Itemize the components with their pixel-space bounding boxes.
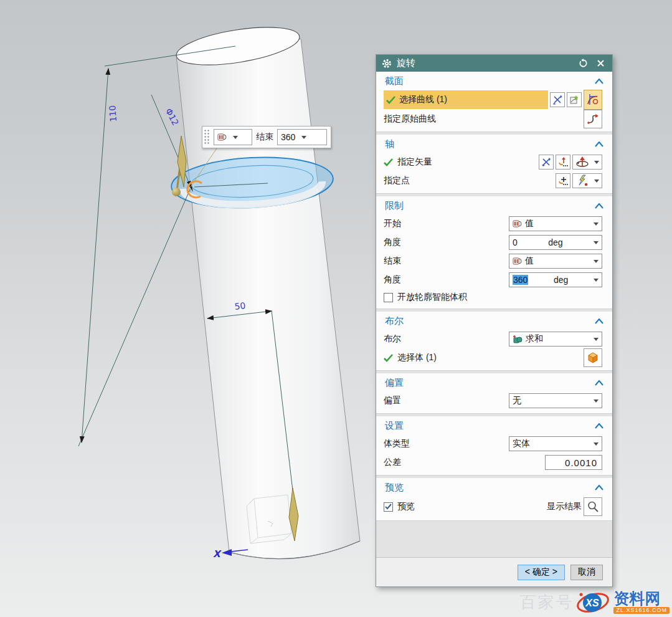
- ok-button[interactable]: < 确定 >: [518, 565, 565, 580]
- tolerance-input[interactable]: 0.0010: [545, 455, 602, 470]
- point-inferred-icon: [575, 175, 589, 187]
- end-angle-row[interactable]: 角度 360 deg: [384, 270, 605, 289]
- curve-rule-button[interactable]: [567, 92, 582, 107]
- collapse-chevron-icon[interactable]: [595, 318, 603, 324]
- specify-vector-row[interactable]: 指定矢量: [384, 153, 605, 171]
- boolean-dropdown[interactable]: 求和: [509, 332, 602, 347]
- end-mode-dropdown[interactable]: [214, 129, 252, 145]
- reverse-vector-button[interactable]: [539, 155, 554, 170]
- tolerance-row[interactable]: 公差 0.0010: [384, 453, 605, 472]
- toolbar-grip-handle[interactable]: [204, 129, 210, 145]
- point-dialog-button[interactable]: [556, 173, 570, 188]
- offset-group-title: 偏置: [385, 377, 404, 389]
- select-body-row[interactable]: 选择体 (1): [384, 348, 605, 367]
- open-profile-checkbox[interactable]: [384, 293, 393, 302]
- dropdown-arrow-icon: [233, 136, 238, 139]
- dialog-title: 旋转: [397, 57, 572, 69]
- section-group-title: 截面: [385, 75, 404, 87]
- offset-group: 偏置 偏置 无: [376, 373, 612, 414]
- offset-row[interactable]: 偏置 无: [384, 391, 605, 410]
- settings-group-title: 设置: [385, 420, 404, 432]
- body-type-row[interactable]: 体类型 实体: [384, 434, 605, 453]
- specify-point-row[interactable]: 指定点: [384, 171, 605, 190]
- boolean-row[interactable]: 布尔 求和: [384, 330, 605, 348]
- boolean-group: 布尔 布尔 求和: [376, 312, 612, 371]
- start-angle-value: 0: [513, 237, 518, 247]
- end-angle-value-selected: 360: [513, 275, 528, 285]
- end-mode-dropdown[interactable]: 值: [509, 254, 602, 269]
- dim-50-text[interactable]: 50: [234, 300, 247, 312]
- collapse-chevron-icon[interactable]: [595, 79, 603, 84]
- specify-point-label: 指定点: [384, 175, 410, 186]
- end-mode-value: 值: [525, 256, 534, 267]
- solid-body-icon: [586, 351, 600, 365]
- select-curve-highlight[interactable]: 选择曲线 (1): [384, 90, 548, 109]
- dropdown-arrow-icon: [594, 279, 599, 282]
- collapse-chevron-icon[interactable]: [595, 380, 603, 386]
- show-result-button[interactable]: [584, 497, 602, 516]
- collapse-chevron-icon[interactable]: [595, 485, 603, 490]
- start-angle-row[interactable]: 角度 0 deg: [384, 233, 605, 252]
- dim-phi12-text[interactable]: Φ12: [164, 107, 181, 127]
- xs-logo-text: XS: [585, 598, 600, 608]
- settings-group: 设置 体类型 实体 公差 0.0010: [376, 416, 612, 476]
- start-angle-input[interactable]: 0 deg: [509, 235, 602, 250]
- limits-group-title: 限制: [385, 200, 404, 212]
- collapse-chevron-icon[interactable]: [595, 203, 603, 209]
- collapse-chevron-icon[interactable]: [595, 141, 603, 147]
- start-mode-value: 值: [525, 218, 534, 229]
- watermark-site-url: ZL.XS1616.COM: [613, 607, 670, 614]
- end-angle-input[interactable]: 360: [277, 129, 327, 145]
- orig-curve-button[interactable]: [584, 110, 602, 128]
- orig-curve-row[interactable]: 指定原始曲线: [384, 110, 605, 128]
- end-label: 结束: [384, 256, 401, 267]
- dropdown-arrow-icon: [594, 442, 599, 446]
- dropdown-arrow-icon: [594, 338, 599, 341]
- offset-dropdown[interactable]: 无: [509, 393, 602, 408]
- boolean-value: 求和: [526, 333, 543, 345]
- gear-icon: [382, 59, 392, 69]
- end-angle-input[interactable]: 360 deg: [509, 272, 602, 287]
- orig-curve-label: 指定原始曲线: [384, 113, 436, 125]
- preview-label: 预览: [397, 501, 415, 512]
- dropdown-arrow-icon: [594, 161, 599, 164]
- dialog-button-bar: < 确定 > 取消: [376, 557, 612, 586]
- cancel-button[interactable]: 取消: [570, 565, 603, 580]
- check-icon: [386, 96, 395, 104]
- curve-intent-button-active[interactable]: [584, 90, 602, 110]
- start-row[interactable]: 开始 值: [384, 214, 605, 233]
- check-icon: [384, 354, 393, 362]
- point-method-dropdown[interactable]: [572, 173, 602, 188]
- origin-ball-handle[interactable]: [172, 188, 181, 196]
- select-body-label: 选择体 (1): [397, 352, 437, 363]
- collapse-chevron-icon[interactable]: [595, 423, 603, 429]
- start-angle-unit: deg: [548, 237, 562, 247]
- reset-button[interactable]: [577, 57, 589, 70]
- offset-label: 偏置: [384, 395, 401, 406]
- specify-vector-label: 指定矢量: [397, 156, 432, 168]
- revolve-dialog[interactable]: 旋转 截面 选择曲线 (1): [376, 54, 613, 587]
- body-type-value: 实体: [513, 438, 530, 449]
- vector-method-dropdown[interactable]: [572, 155, 602, 170]
- end-angle-label: 角度: [384, 274, 401, 285]
- check-icon: [384, 158, 393, 166]
- watermark: 百家号 XS 资料网 ZL.XS1616.COM: [519, 588, 670, 616]
- cylinder-body[interactable]: [174, 21, 360, 559]
- end-row[interactable]: 结束 值: [384, 252, 605, 270]
- dialog-titlebar[interactable]: 旋转: [376, 55, 612, 72]
- offset-value: 无: [513, 395, 521, 406]
- select-curve-row[interactable]: 选择曲线 (1): [384, 90, 605, 110]
- preview-row[interactable]: 预览 显示结果: [384, 496, 605, 517]
- on-screen-input-toolbar[interactable]: 结束 360: [202, 126, 331, 148]
- preview-checkbox[interactable]: [384, 502, 393, 512]
- dim-110-text[interactable]: 110: [107, 105, 118, 122]
- select-body-button[interactable]: [584, 348, 602, 367]
- open-profile-row[interactable]: 开放轮廓智能体积: [384, 289, 605, 305]
- body-type-dropdown[interactable]: 实体: [509, 436, 602, 451]
- dropdown-arrow-icon: [594, 179, 599, 183]
- start-mode-dropdown[interactable]: 值: [509, 216, 602, 231]
- close-button[interactable]: [594, 57, 607, 70]
- vector-dialog-button[interactable]: [556, 155, 570, 170]
- reverse-direction-button[interactable]: [550, 92, 565, 107]
- xs-logo-icon: XS: [576, 588, 611, 616]
